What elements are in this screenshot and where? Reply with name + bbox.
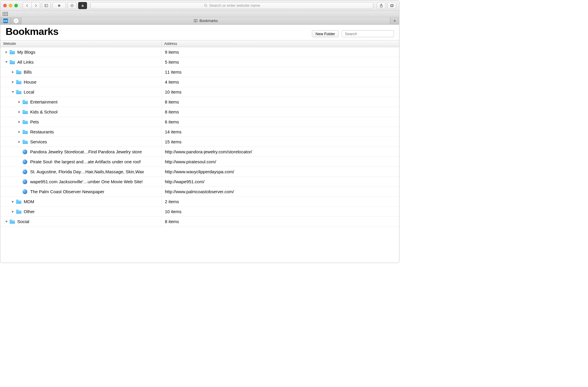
cell-address: 6 items (162, 117, 399, 127)
svg-rect-0 (45, 4, 48, 7)
folder-icon (10, 50, 15, 54)
cell-address: 5 items (162, 57, 399, 67)
column-header-address[interactable]: Address (162, 40, 399, 47)
chevron-right-icon[interactable] (18, 130, 21, 133)
table-row[interactable]: All Links5 items (0, 57, 399, 67)
globe-favicon-icon (23, 159, 27, 164)
table-row[interactable]: Pandora Jewelry Storelocat…Find Pandora … (0, 147, 399, 157)
chevron-right-icon[interactable] (11, 81, 14, 84)
table-row[interactable]: Services15 items (0, 137, 399, 147)
pinned-tab-check[interactable]: ✓ (11, 17, 21, 24)
chevron-down-icon[interactable] (5, 61, 8, 64)
table-row[interactable]: Kids & School8 items (0, 107, 399, 117)
row-name: Local (24, 89, 34, 94)
cell-website: Local (0, 87, 162, 97)
active-tab[interactable]: Bookmarks (21, 17, 390, 24)
chevron-right-icon[interactable] (11, 200, 14, 203)
cell-address: http://www.palmcoastobserver.com/ (162, 187, 399, 196)
amazon-button[interactable]: a (78, 2, 87, 9)
table-row[interactable]: wape951.com Jacksonville'…umber One Movi… (0, 177, 399, 187)
favorites-bar (0, 11, 399, 17)
row-name: Pirate Soul- the largest and…ate Artifac… (30, 159, 141, 164)
close-window-button[interactable] (3, 4, 7, 7)
cell-website: Social (0, 217, 162, 226)
pinned-tab-idb[interactable]: iDB (0, 17, 11, 24)
table-row[interactable]: MDM2 items (0, 197, 399, 207)
folder-icon (10, 60, 15, 64)
row-name: St. Augustine, Florida Day…Hair,Nails,Ma… (30, 169, 144, 174)
chevron-right-icon[interactable] (11, 71, 14, 74)
chevron-right-icon[interactable] (18, 120, 21, 123)
folder-icon (23, 130, 28, 134)
row-name: Kids & School (30, 109, 57, 114)
chevron-right-icon[interactable] (18, 111, 21, 113)
cell-website: The Palm Coast Observer Newspaper (0, 187, 162, 196)
globe-favicon-icon (23, 169, 27, 174)
bookmarks-search[interactable] (342, 30, 394, 37)
cell-address: http://www.pandora-jewelry.com/storeloca… (162, 147, 399, 157)
cell-website: Bills (0, 67, 162, 77)
table-row[interactable]: Local10 items (0, 87, 399, 97)
sidebar-toggle-button[interactable] (42, 2, 51, 9)
new-tab-button[interactable] (390, 17, 399, 24)
svg-marker-24 (12, 201, 14, 203)
top-sites-button[interactable] (52, 2, 66, 9)
table-row[interactable]: St. Augustine, Florida Day…Hair,Nails,Ma… (0, 167, 399, 177)
share-button[interactable] (377, 2, 386, 9)
table-row[interactable]: Social8 items (0, 217, 399, 227)
globe-favicon-icon (23, 179, 27, 184)
svg-marker-2 (58, 4, 61, 7)
folder-icon (23, 140, 28, 144)
svg-point-4 (204, 4, 206, 6)
table-row[interactable]: Pirate Soul- the largest and…ate Artifac… (0, 157, 399, 167)
new-folder-button[interactable]: New Folder (312, 30, 339, 37)
table-row[interactable]: The Palm Coast Observer Newspaperhttp://… (0, 187, 399, 197)
maximize-window-button[interactable] (14, 4, 18, 7)
chevron-right-icon[interactable] (5, 51, 8, 54)
table-row[interactable]: Entertainment8 items (0, 97, 399, 107)
tabs-overview-button[interactable] (387, 2, 396, 9)
tab-title: Bookmarks (199, 19, 218, 23)
folder-icon (10, 220, 15, 224)
cell-website: Restaurants (0, 127, 162, 137)
folder-icon (16, 80, 21, 84)
row-name: Other (24, 209, 35, 214)
chevron-down-icon[interactable] (11, 91, 14, 94)
tab-bar: iDB ✓ Bookmarks (0, 17, 399, 25)
svg-marker-14 (6, 51, 7, 53)
minimize-window-button[interactable] (9, 4, 12, 7)
table-row[interactable]: Bills11 items (0, 67, 399, 77)
address-bar[interactable]: Search or enter website name (90, 2, 373, 9)
chevron-down-icon[interactable] (5, 220, 8, 223)
table-row[interactable]: Other10 items (0, 207, 399, 217)
table-row[interactable]: My Blogs9 items (0, 47, 399, 57)
cell-website: Kids & School (0, 107, 162, 117)
extension-button-1[interactable] (68, 2, 76, 9)
folder-icon (16, 70, 21, 74)
svg-marker-20 (18, 111, 20, 113)
forward-button[interactable] (31, 2, 40, 9)
back-button[interactable] (23, 2, 31, 9)
cell-website: Pirate Soul- the largest and…ate Artifac… (0, 157, 162, 167)
chevron-right-icon[interactable] (18, 140, 21, 143)
table-row[interactable]: Restaurants14 items (0, 127, 399, 137)
cell-website: Entertainment (0, 97, 162, 107)
row-name: All Links (17, 60, 34, 64)
chevron-right-icon[interactable] (11, 210, 14, 213)
svg-marker-15 (5, 61, 8, 63)
top-sites-grid-icon[interactable] (3, 12, 8, 16)
page-header: Bookmarks New Folder (0, 25, 399, 40)
address-placeholder: Search or enter website name (209, 3, 260, 8)
chevron-right-icon[interactable] (18, 101, 21, 103)
globe-favicon-icon (23, 150, 27, 154)
column-header-website[interactable]: Website (0, 40, 162, 47)
row-name: House (24, 79, 36, 84)
svg-marker-26 (5, 221, 8, 223)
row-name: Bills (24, 69, 32, 74)
table-row[interactable]: House4 items (0, 77, 399, 87)
row-name: MDM (24, 199, 34, 204)
row-name: Pets (30, 119, 39, 124)
cell-address: 4 items (162, 77, 399, 87)
bookmarks-search-input[interactable] (345, 32, 394, 36)
table-row[interactable]: Pets6 items (0, 117, 399, 127)
